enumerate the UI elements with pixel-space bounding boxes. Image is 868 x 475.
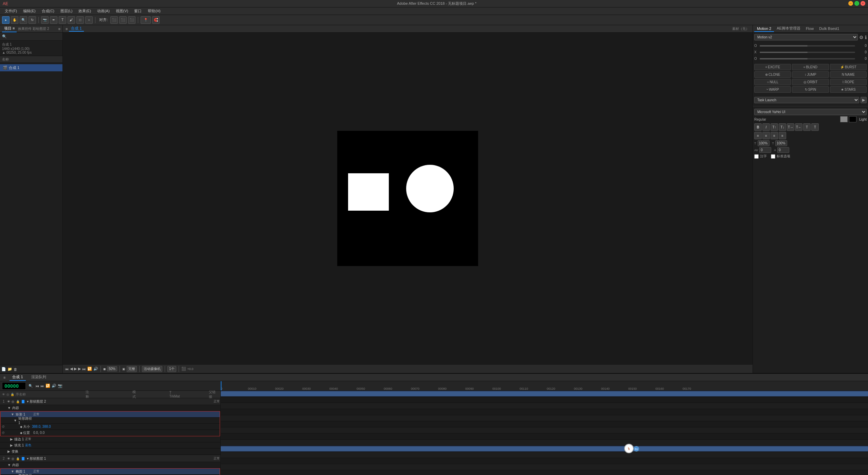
align-center-text-button[interactable]: ≡ (762, 132, 770, 139)
transform1-expand[interactable]: ▶ (7, 450, 10, 453)
align-center-button[interactable]: ⬛ (119, 16, 127, 24)
layer-2-solo[interactable]: ◎ (12, 457, 16, 460)
comp-viewer-tab[interactable]: 合成 1 (69, 26, 84, 32)
viewer-expand-icon[interactable]: ≡ (64, 27, 69, 31)
tracking-input[interactable] (775, 140, 787, 146)
motion-settings-icon[interactable]: ⚙ (859, 35, 864, 40)
text-style-5[interactable]: T→ (787, 123, 794, 131)
align-right-button[interactable]: ⬛ (128, 16, 135, 24)
tl-loop-icon[interactable]: 🔁 (46, 384, 50, 388)
size-stopwatch[interactable]: ⏱ (2, 425, 5, 428)
track-bar-layer2[interactable] (221, 446, 868, 451)
stroke1-expand[interactable]: ▶ (10, 437, 13, 441)
layer-2-eye[interactable]: 👁 (7, 457, 11, 460)
text-style-7[interactable]: T (803, 123, 811, 131)
project-tab[interactable]: 项目 ≡ (2, 25, 17, 32)
clone-button[interactable]: ⊕CLONE (754, 71, 791, 78)
text-style-8[interactable]: T (811, 123, 819, 131)
timeline-menu-icon[interactable]: ≡ (2, 375, 7, 380)
resolution-select[interactable]: 完整 (127, 366, 137, 372)
go-to-end-icon[interactable]: ⏭ (82, 367, 86, 371)
name-button[interactable]: NNAME (830, 71, 867, 78)
footage-tab[interactable]: 素材（无） (730, 27, 751, 31)
pen-tool-button[interactable]: ✒ (50, 16, 57, 24)
motion-slider-track-3[interactable] (760, 58, 855, 59)
render-queue-tab[interactable]: 渲染队列 (29, 374, 49, 381)
minimize-button[interactable]: − (848, 1, 853, 6)
align-left-button[interactable]: ⬛ (110, 16, 118, 24)
layer2-content-expand[interactable]: ▼ (1, 463, 11, 467)
play-button[interactable]: ▶ (74, 367, 77, 371)
align-right-text-button[interactable]: ≡ (771, 132, 778, 139)
burst-button[interactable]: ⚡BURST (830, 64, 867, 70)
search-input[interactable] (8, 35, 60, 38)
menu-view[interactable]: 视图(V) (113, 8, 131, 14)
warp-button[interactable]: ~WARP (754, 86, 791, 93)
kern-input[interactable] (759, 147, 771, 153)
italic-button[interactable]: I (762, 123, 770, 131)
menu-file[interactable]: 文件(F) (2, 8, 20, 14)
tl-audio-icon[interactable]: 🔊 (52, 384, 56, 388)
shape-rect-button[interactable]: □ (76, 16, 84, 24)
motion2-tab[interactable]: Motion 2 (754, 26, 774, 32)
content-expand[interactable]: ▼ (1, 406, 11, 410)
ellipse1-expand[interactable]: ▼ (1, 470, 14, 473)
excite-button[interactable]: +EXCITE (754, 64, 791, 70)
tl-prev-icon[interactable]: ⏮ (35, 384, 39, 388)
camera-select[interactable]: 活动摄像机 (142, 366, 162, 372)
baseline-input[interactable] (777, 147, 789, 153)
menu-animation[interactable]: 动画(A) (94, 8, 112, 14)
font-family-select[interactable]: Microsoft YaHei UI (754, 109, 867, 115)
shape-ellipse-button[interactable]: ○ (85, 16, 93, 24)
motion-version-select[interactable]: Motion v2 (754, 34, 858, 40)
jump-button[interactable]: ↕JUMP (792, 71, 829, 78)
layer-1-eye[interactable]: 👁 (7, 400, 11, 403)
layer-1-lock[interactable]: 🔒 (16, 400, 20, 403)
new-folder-icon[interactable]: 📁 (7, 367, 12, 371)
zoom-tool-button[interactable]: 🔍 (20, 16, 27, 24)
size-value[interactable]: 388.0, 388.0 (32, 425, 51, 428)
task-launch-select[interactable]: Task Launch (754, 97, 859, 103)
menu-help[interactable]: 帮助(H) (145, 8, 163, 14)
loop-button[interactable]: 🔁 (87, 367, 92, 371)
next-frame-icon[interactable]: ▶ (78, 367, 81, 371)
layer-1-color[interactable] (22, 400, 25, 403)
pos-value[interactable]: 0.0, 0.0 (33, 431, 44, 435)
text-color-box-1[interactable] (840, 116, 848, 122)
stars-button[interactable]: ★STARS (830, 86, 867, 93)
standard-options-checkbox[interactable] (771, 154, 775, 159)
duik-tab[interactable]: DuIk Bsest1 (816, 26, 842, 32)
text-style-3[interactable]: T↑ (771, 123, 778, 131)
new-item-icon[interactable]: 📄 (1, 367, 6, 371)
pos-stopwatch[interactable]: ⏱ (2, 431, 5, 435)
layer-2-expand[interactable]: ▼ (26, 457, 30, 461)
null-button[interactable]: ○NULL (754, 79, 791, 85)
motion-info-icon[interactable]: ℹ (865, 35, 867, 40)
comp1-timeline-tab[interactable]: 合成 1 (10, 374, 25, 381)
menu-edit[interactable]: 编辑(E) (20, 8, 38, 14)
motion-slider-track-1[interactable] (760, 45, 855, 47)
go-to-start-icon[interactable]: ⏮ (65, 367, 69, 371)
motion-slider-track-2[interactable] (760, 52, 855, 53)
layer-2-lock[interactable]: 🔒 (16, 457, 20, 460)
text-style-6[interactable]: T← (795, 123, 802, 131)
auto-size-checkbox[interactable] (754, 154, 759, 159)
search-timecode-icon[interactable]: 🔍 (29, 384, 33, 388)
delete-item-icon[interactable]: 🗑 (14, 367, 17, 371)
rope-button[interactable]: ⌇ROPE (830, 79, 867, 85)
layer-1-name[interactable]: 形状图层 2 (30, 399, 212, 404)
rotate-tool-button[interactable]: ↻ (29, 16, 36, 24)
project-item-comp1[interactable]: 🎬 合成 1 (0, 64, 62, 71)
text-tool-button[interactable]: T (59, 16, 66, 24)
hand-tool-button[interactable]: ✋ (11, 16, 18, 24)
close-button[interactable]: × (861, 1, 865, 6)
align-justify-button[interactable]: ≡ (779, 132, 786, 139)
audio-button[interactable]: 🔊 (93, 367, 98, 371)
rect-path-expand[interactable]: ▼ (1, 419, 17, 422)
font-size-input[interactable] (758, 140, 770, 146)
ae-scripts-tab[interactable]: AE脚本管理器 (774, 25, 803, 32)
channel-select[interactable]: 1个 (167, 366, 176, 372)
menu-layer[interactable]: 图层(L) (58, 8, 75, 14)
task-launch-button[interactable]: ▶ (861, 97, 867, 103)
layer-2-color[interactable] (22, 457, 25, 460)
